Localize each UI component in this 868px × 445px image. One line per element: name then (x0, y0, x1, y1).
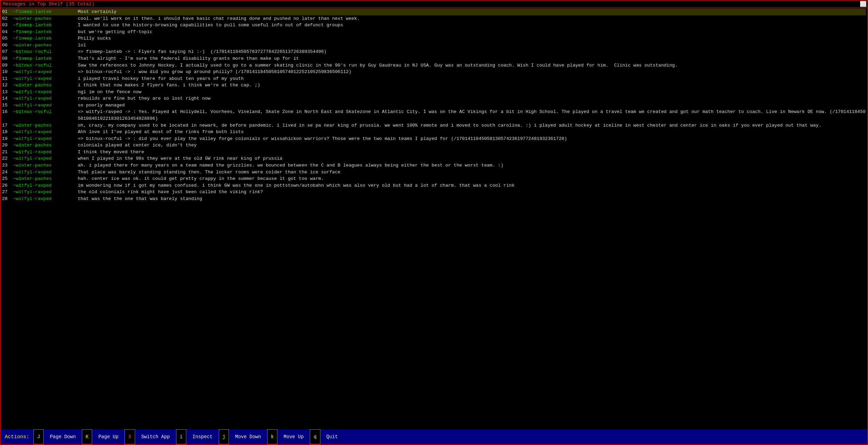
message-row[interactable]: 11 ~witfyl-ravped i played travel hockey… (2, 75, 866, 82)
msg-text: im wondering now if i got my names confu… (78, 182, 866, 189)
message-row[interactable]: 14 ~witfyl-ravped rebuilds are fine but … (2, 95, 866, 102)
action-key-K[interactable]: K (82, 429, 92, 444)
msg-user: ~witfyl-ravped (13, 189, 78, 196)
msg-number: 09 (2, 62, 13, 69)
message-row[interactable]: 19 ~witfyl-ravped => bitnux-rocful -> : … (2, 135, 866, 142)
msg-text: Philly sucks (78, 35, 866, 42)
message-row[interactable]: 20 ~winter-paches colonials played at ce… (2, 142, 866, 149)
msg-text: but we're getting off-topic (78, 29, 866, 35)
message-row[interactable]: 15 ~witfyl-ravped so poorly managed (2, 102, 866, 109)
msg-number: 02 (2, 15, 13, 22)
msg-text: Saw the references to Johnny Hockey. I a… (78, 62, 866, 69)
msg-number: 26 (2, 182, 13, 189)
action-key-i[interactable]: i (176, 429, 186, 444)
message-row[interactable]: 27 ~witfyl-ravped the old colonials rink… (2, 189, 866, 196)
message-row[interactable]: 02 ~winter-paches cool. we'll work on it… (2, 15, 866, 22)
message-row[interactable]: 25 ~winter-paches hah. center ice was ok… (2, 175, 866, 182)
action-btn-switch-app[interactable]: Switch App (135, 429, 176, 444)
msg-text: i played travel hockey there for about t… (78, 75, 866, 82)
msg-number: 21 (2, 149, 13, 156)
msg-text: I wanted to use the history-browsing cap… (78, 22, 866, 29)
message-row[interactable]: 17 ~winter-paches oh, crazy. my company … (2, 122, 866, 129)
msg-text: colonials played at center ice, didn't t… (78, 142, 866, 149)
action-btn-page-down[interactable]: Page Down (44, 429, 82, 444)
msg-user: ~winter-paches (13, 122, 78, 129)
msg-number: 12 (2, 82, 13, 89)
msg-text: when I played in the 90s they were at th… (78, 155, 866, 162)
action-btn-inspect[interactable]: Inspect (186, 429, 219, 444)
msg-number: 06 (2, 42, 13, 49)
message-row[interactable]: 23 ~winter-paches ah. i played there for… (2, 162, 866, 169)
msg-text: That place was barely standing standing … (78, 169, 866, 176)
msg-number: 07 (2, 48, 13, 55)
msg-user: ~witfyl-ravped (13, 75, 78, 82)
message-row[interactable]: 18 ~witfyl-ravped Ahh love it I've playe… (2, 129, 866, 135)
msg-user: ~finmep-lanteb (13, 55, 78, 62)
msg-number: 01 (2, 9, 13, 15)
message-row[interactable]: 09 ~bitnux-rocful Saw the references to … (2, 62, 866, 69)
msg-user: ~bitnux-rocful (13, 109, 78, 122)
msg-user: ~winter-paches (13, 162, 78, 169)
action-key-k[interactable]: k (267, 429, 277, 444)
message-row[interactable]: 28 ~witfyl-ravped that was the the one t… (2, 196, 866, 202)
msg-number: 13 (2, 89, 13, 96)
message-row[interactable]: 04 ~finmep-lanteb but we're getting off-… (2, 29, 866, 35)
action-btn-move-down[interactable]: Move Down (229, 429, 267, 444)
msg-user: ~finmep-lanteb (13, 29, 78, 35)
message-row[interactable]: 05 ~finmep-lanteb Philly sucks (2, 35, 866, 42)
msg-text: => bitnux-rocful -> : wow did you grow u… (78, 69, 866, 75)
msg-number: 15 (2, 102, 13, 109)
message-row[interactable]: 13 ~witfyl-ravped ngl im on the fence no… (2, 89, 866, 96)
msg-number: 19 (2, 135, 13, 142)
action-btn-page-up[interactable]: Page Up (92, 429, 125, 444)
actions-label: Actions: (1, 434, 33, 440)
msg-user: ~winter-paches (13, 15, 78, 22)
msg-user: ~witfyl-ravped (13, 149, 78, 156)
message-row[interactable]: 16 ~bitnux-rocful => witfyl-ravped -> : … (2, 109, 866, 122)
msg-text: cool. we'll work on it then. i should ha… (78, 15, 866, 22)
msg-text: rebuilds are fine but they are so lost r… (78, 95, 866, 102)
message-row[interactable]: 07 ~bitnux-rocful => finmep-lanteb -> : … (2, 48, 866, 55)
msg-user: ~bitnux-rocful (13, 62, 78, 69)
message-row[interactable]: 10 ~witfyl-ravped => bitnux-rocful -> : … (2, 69, 866, 75)
msg-user: ~winter-paches (13, 175, 78, 182)
msg-number: 25 (2, 175, 13, 182)
msg-number: 28 (2, 196, 13, 202)
msg-text: Most certainly (78, 9, 866, 15)
resize-icon[interactable]: ⬜ (860, 1, 867, 8)
message-row[interactable]: 24 ~witfyl-ravped That place was barely … (2, 169, 866, 176)
msg-number: 11 (2, 75, 13, 82)
action-btn-move-up[interactable]: Move Up (277, 429, 310, 444)
message-row[interactable]: 08 ~finmep-lanteb That's alright - I'm s… (2, 55, 866, 62)
msg-user: ~witfyl-ravped (13, 135, 78, 142)
msg-number: 10 (2, 69, 13, 75)
msg-user: ~witfyl-ravped (13, 155, 78, 162)
action-key-q[interactable]: q (310, 429, 320, 444)
message-row[interactable]: 06 ~winter-paches lol (2, 42, 866, 49)
message-row[interactable]: 22 ~witfyl-ravped when I played in the 9… (2, 155, 866, 162)
msg-text: => finmep-lanteb -> : Flyers fan saying … (78, 48, 866, 55)
action-key-X[interactable]: X (125, 429, 135, 444)
msg-text: lol (78, 42, 866, 49)
msg-user: ~finmep-lanteb (13, 9, 78, 15)
title-text: Messages in Top Shelf (35 total) (3, 1, 95, 7)
msg-number: 05 (2, 35, 13, 42)
msg-number: 18 (2, 129, 13, 135)
msg-user: ~witfyl-ravped (13, 102, 78, 109)
action-btn-quit[interactable]: Quit (320, 429, 344, 444)
action-key-J[interactable]: J (33, 429, 44, 444)
msg-number: 08 (2, 55, 13, 62)
message-row[interactable]: 12 ~winter-paches i think that now makes… (2, 82, 866, 89)
msg-number: 14 (2, 95, 13, 102)
message-row[interactable]: 01 ~finmep-lanteb Most certainly (2, 9, 866, 15)
msg-number: 24 (2, 169, 13, 176)
msg-user: ~witfyl-ravped (13, 169, 78, 176)
action-key-j[interactable]: j (219, 429, 229, 444)
msg-text: ah. i played there for many years on a t… (78, 162, 866, 169)
message-row[interactable]: 26 ~witfyl-ravped im wondering now if i … (2, 182, 866, 189)
message-row[interactable]: 03 ~finmep-lanteb I wanted to use the hi… (2, 22, 866, 29)
message-row[interactable]: 21 ~witfyl-ravped I think they moved the… (2, 149, 866, 156)
msg-text: That's alright - I'm sure the federal di… (78, 55, 866, 62)
msg-number: 23 (2, 162, 13, 169)
msg-user: ~winter-paches (13, 42, 78, 49)
